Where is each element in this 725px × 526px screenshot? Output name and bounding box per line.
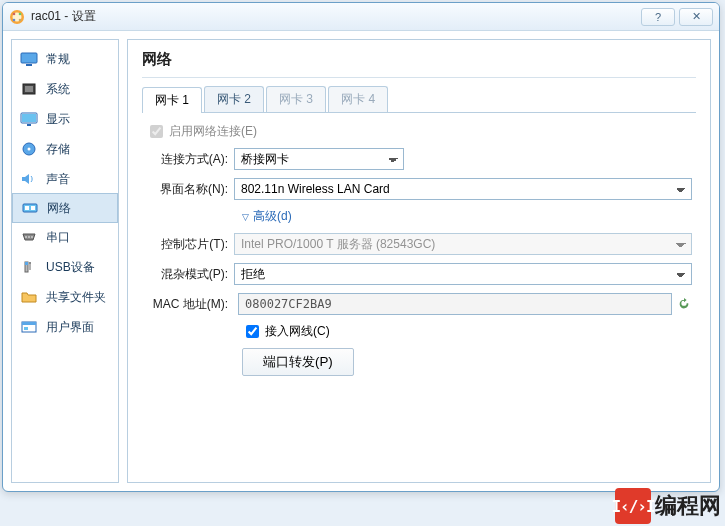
tabs: 网卡 1 网卡 2 网卡 3 网卡 4 [142,86,696,113]
advanced-toggle[interactable]: ▽ 高级(d) [242,208,692,225]
sidebar-item-label: 串口 [46,229,70,246]
watermark: I‹/›I 编程网 [615,488,721,524]
speaker-icon [20,172,38,186]
disk-icon [20,142,38,156]
chipset-select: Intel PRO/1000 T 服务器 (82543GC) [234,233,692,255]
tab-pane: 启用网络连接(E) 连接方式(A): 桥接网卡 界面名称(N): 802.11n… [142,113,696,386]
svg-rect-11 [22,114,36,122]
sidebar-item-label: 显示 [46,111,70,128]
svg-point-5 [19,18,22,21]
sidebar-item-serial[interactable]: 串口 [12,222,118,252]
sidebar-item-audio[interactable]: 声音 [12,164,118,194]
chip-icon [20,82,38,96]
svg-point-4 [13,18,16,21]
sidebar-item-ui[interactable]: 用户界面 [12,312,118,342]
chipset-row: 控制芯片(T): Intel PRO/1000 T 服务器 (82543GC) [146,233,692,255]
watermark-badge: I‹/›I [615,488,651,524]
interface-row: 界面名称(N): 802.11n Wireless LAN Card [146,178,692,200]
interface-select[interactable]: 802.11n Wireless LAN Card [234,178,692,200]
attached-label: 连接方式(A): [146,151,234,168]
tab-adapter-1[interactable]: 网卡 1 [142,87,202,113]
sidebar-item-network[interactable]: 网络 [12,193,118,223]
svg-rect-17 [31,206,35,210]
folder-icon [20,290,38,304]
window-title: rac01 - 设置 [31,8,637,25]
tab-adapter-3[interactable]: 网卡 3 [266,86,326,112]
watermark-text: 编程网 [655,491,721,521]
sidebar: 常规 系统 显示 存储 声音 网络 [11,39,119,483]
attached-row: 连接方式(A): 桥接网卡 [146,148,692,170]
attached-select[interactable]: 桥接网卡 [234,148,404,170]
mac-row: MAC 地址(M): [146,293,692,315]
help-button[interactable]: ? [641,8,675,26]
svg-rect-7 [26,64,32,66]
window-body: 常规 系统 显示 存储 声音 网络 [3,31,719,491]
svg-rect-12 [27,124,31,126]
svg-rect-9 [25,86,33,92]
sidebar-item-label: 网络 [47,200,71,217]
content-title: 网络 [142,50,696,69]
svg-rect-26 [24,327,28,330]
ui-icon [20,320,38,334]
usb-icon [20,260,38,274]
sidebar-item-label: 常规 [46,51,70,68]
sidebar-item-label: 用户界面 [46,319,94,336]
close-button[interactable]: ✕ [679,8,713,26]
cable-checkbox[interactable] [246,325,259,338]
interface-label: 界面名称(N): [146,181,234,198]
tab-adapter-2[interactable]: 网卡 2 [204,86,264,112]
sidebar-item-usb[interactable]: USB设备 [12,252,118,282]
sidebar-item-label: 声音 [46,171,70,188]
svg-point-3 [19,12,22,15]
promisc-select[interactable]: 拒绝 [234,263,692,285]
settings-window: rac01 - 设置 ? ✕ 常规 系统 显示 存储 声音 [2,2,720,492]
refresh-mac-icon[interactable] [676,296,692,312]
svg-point-14 [28,148,31,151]
tab-adapter-4[interactable]: 网卡 4 [328,86,388,112]
sidebar-item-label: 存储 [46,141,70,158]
sidebar-item-label: 系统 [46,81,70,98]
sidebar-item-storage[interactable]: 存储 [12,134,118,164]
advanced-label: 高级(d) [253,208,292,225]
enable-network-label: 启用网络连接(E) [169,123,257,140]
promisc-label: 混杂模式(P): [146,266,234,283]
serial-icon [20,230,38,244]
svg-point-19 [28,236,30,238]
svg-point-23 [29,262,31,264]
svg-point-20 [31,236,33,238]
chipset-label: 控制芯片(T): [146,236,234,253]
cable-row: 接入网线(C) [242,323,692,340]
divider [142,77,696,78]
sidebar-item-display[interactable]: 显示 [12,104,118,134]
svg-rect-16 [25,206,29,210]
content-panel: 网络 网卡 1 网卡 2 网卡 3 网卡 4 启用网络连接(E) 连接方式(A)… [127,39,711,483]
sidebar-item-label: 共享文件夹 [46,289,106,306]
promisc-row: 混杂模式(P): 拒绝 [146,263,692,285]
mac-field[interactable] [238,293,672,315]
svg-rect-6 [21,53,37,63]
app-icon [9,9,25,25]
sidebar-item-system[interactable]: 系统 [12,74,118,104]
chevron-down-icon: ▽ [242,212,249,222]
cable-label: 接入网线(C) [265,323,330,340]
svg-rect-22 [25,262,28,265]
network-icon [21,201,39,215]
sidebar-item-shared[interactable]: 共享文件夹 [12,282,118,312]
enable-network-checkbox[interactable] [150,125,163,138]
display-icon [20,112,38,126]
svg-rect-25 [22,322,36,325]
monitor-icon [20,52,38,66]
enable-network-row: 启用网络连接(E) [146,123,692,140]
sidebar-item-label: USB设备 [46,259,95,276]
mac-label: MAC 地址(M): [146,296,234,313]
svg-point-2 [13,12,16,15]
svg-point-18 [25,236,27,238]
port-forward-button[interactable]: 端口转发(P) [242,348,354,376]
sidebar-item-general[interactable]: 常规 [12,44,118,74]
titlebar: rac01 - 设置 ? ✕ [3,3,719,31]
